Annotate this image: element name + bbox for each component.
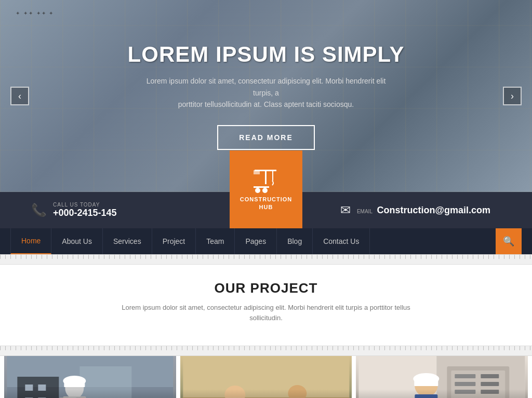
hero-prev-button[interactable]: ‹ [10,87,29,105]
ruler-top [0,254,532,265]
chevron-right-icon: › [511,91,514,102]
svg-rect-6 [254,170,260,174]
call-number: +000-2415-145 [53,208,117,218]
ruler-marks-bottom [0,346,532,355]
card-overlay-1 [4,356,176,398]
hero-subtitle: Lorem ipsum dolor sit amet, consectetur … [136,75,396,110]
svg-rect-2 [254,186,269,188]
hero-next-button[interactable]: › [503,87,522,105]
email-value: Construction@gmail.com [377,205,490,215]
hero-content: LOREM IPSUM IS SIMPLY Lorem ipsum dolor … [107,42,425,149]
project-description: Lorem ipsum dolor sit amet, consectetur … [110,303,422,323]
nav-item-project[interactable]: Project [152,228,196,254]
nav-item-home[interactable]: Home [10,228,51,254]
hero-title: LOREM IPSUM IS SIMPLY [128,42,405,67]
email-details: EMAIL Construction@gmail.com [357,205,490,216]
logo-box: CONSTRUCTION HUB [230,150,302,228]
nav-item-team[interactable]: Team [196,228,235,254]
chevron-left-icon: ‹ [18,91,21,102]
project-title: OUR PROJECT [10,280,522,296]
search-icon: 🔍 [503,236,514,247]
project-card-3 [356,356,528,398]
main-nav: Home About Us Services Project Team Page… [0,228,532,254]
call-details: CALL US TODAY +000-2415-145 [53,202,117,218]
svg-rect-5 [272,171,273,181]
svg-rect-0 [265,170,267,184]
project-grid: LOREM IPSUM LOREM IPSUM DOLOR SIT › [0,356,532,398]
email-icon: ✉ [340,203,351,217]
email-label: EMAIL [357,209,373,214]
ruler-marks [0,255,532,264]
email-info: ✉ EMAIL Construction@gmail.com [340,203,490,217]
hero-cta-button[interactable]: READ MORE [217,125,315,150]
project-card-1: LOREM IPSUM LOREM IPSUM DOLOR SIT › [4,356,176,398]
nav-item-pages[interactable]: Pages [235,228,277,254]
nav-items: Home About Us Services Project Team Page… [10,228,496,254]
birds-decoration: ✦ ✦✦ ✦✦ ✦ [16,10,54,16]
nav-item-contact[interactable]: Contact Us [313,228,370,254]
nav-item-about[interactable]: About Us [51,228,103,254]
search-button[interactable]: 🔍 [496,228,522,254]
card-overlay-2 [180,356,352,398]
project-section: OUR PROJECT Lorem ipsum dolor sit amet, … [0,265,532,346]
project-card-2 [180,356,352,398]
call-info: 📞 CALL US TODAY +000-2415-145 [31,202,117,218]
svg-point-4 [262,188,268,193]
info-bar: CONSTRUCTION HUB 📞 CALL US TODAY +000-24… [0,192,532,228]
nav-item-services[interactable]: Services [103,228,152,254]
logo-text: CONSTRUCTION HUB [240,196,292,212]
svg-point-3 [255,188,260,193]
crane-icon [249,168,283,196]
phone-icon: 📞 [31,203,47,217]
ruler-bottom [0,346,532,356]
call-label: CALL US TODAY [53,202,117,208]
nav-item-blog[interactable]: Blog [277,228,313,254]
card-overlay-3 [356,356,528,398]
